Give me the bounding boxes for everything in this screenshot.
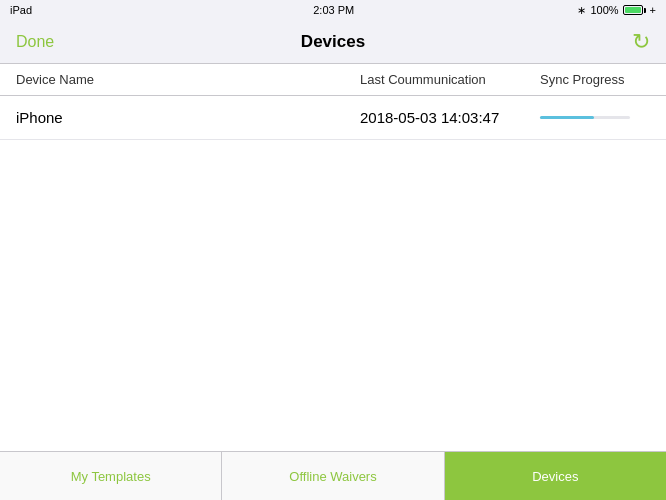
table-rows: iPhone 2018-05-03 14:03:47 — [0, 96, 666, 140]
charging-icon: + — [650, 4, 656, 16]
battery-percent: 100% — [590, 4, 618, 16]
progress-bar-fill — [540, 116, 594, 119]
progress-bar-container — [540, 116, 630, 119]
tab-bar: My Templates Offline Waivers Devices — [0, 451, 666, 500]
battery-icon — [623, 5, 646, 15]
col-header-device-name: Device Name — [16, 72, 360, 87]
table-row: iPhone 2018-05-03 14:03:47 — [0, 96, 666, 140]
status-indicators: ∗ 100% + — [577, 4, 656, 17]
tab-devices[interactable]: Devices — [444, 452, 666, 500]
col-header-last-comm: Last Coummunication — [360, 72, 540, 87]
table-header: Device Name Last Coummunication Sync Pro… — [0, 64, 666, 96]
device-name: iPad — [10, 4, 90, 16]
tab-offline-waivers[interactable]: Offline Waivers — [221, 452, 443, 500]
done-button[interactable]: Done — [16, 33, 54, 51]
cell-device-name: iPhone — [16, 109, 360, 126]
nav-bar: Done Devices ↻ — [0, 20, 666, 64]
status-time: 2:03 PM — [90, 4, 577, 16]
refresh-icon: ↻ — [632, 29, 650, 54]
tab-my-templates[interactable]: My Templates — [0, 452, 221, 500]
page-title: Devices — [301, 32, 365, 52]
col-header-sync-progress: Sync Progress — [540, 72, 650, 87]
status-bar: iPad 2:03 PM ∗ 100% + — [0, 0, 666, 20]
main-content: Device Name Last Coummunication Sync Pro… — [0, 64, 666, 451]
refresh-button[interactable]: ↻ — [632, 31, 650, 53]
bluetooth-icon: ∗ — [577, 4, 586, 17]
cell-sync-progress — [540, 116, 650, 119]
cell-last-comm: 2018-05-03 14:03:47 — [360, 109, 540, 126]
